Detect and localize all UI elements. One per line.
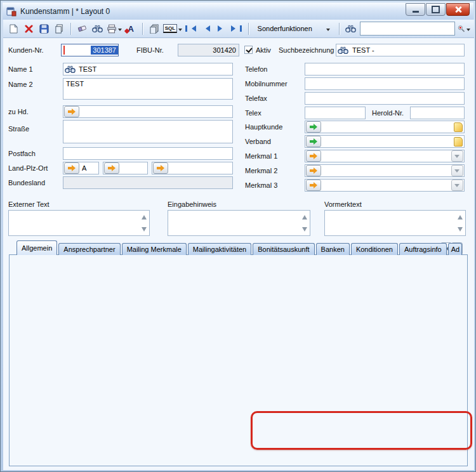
close-button[interactable] — [446, 3, 470, 16]
delete-record-button[interactable] — [22, 22, 35, 36]
merkmal1-field[interactable] — [305, 150, 465, 162]
scroll-up-icon[interactable] — [302, 213, 307, 220]
name2-field[interactable]: TEST — [63, 78, 233, 100]
minimize-button[interactable] — [406, 3, 425, 16]
goto-arrow-button[interactable] — [306, 136, 321, 147]
pages-icon — [150, 24, 159, 34]
telefon-input[interactable] — [305, 64, 464, 74]
merkmal1-input[interactable] — [322, 151, 451, 161]
suchbezeichnung-field[interactable]: TEST - — [336, 44, 465, 56]
lookup-arrow-button[interactable] — [64, 106, 79, 117]
merkmal3-field[interactable] — [305, 179, 465, 192]
nav-last-button[interactable] — [230, 22, 243, 36]
scroll-down-icon[interactable] — [142, 227, 147, 234]
scroll-up-icon[interactable] — [142, 213, 147, 220]
tab-ansprechpartner[interactable]: Ansprechpartner — [58, 243, 120, 255]
externer-text-field[interactable] — [8, 210, 150, 236]
search-button[interactable] — [91, 22, 104, 36]
mobilnummer-input[interactable] — [305, 79, 464, 89]
zu-hd-input[interactable] — [80, 107, 232, 117]
quick-search-button[interactable] — [345, 22, 357, 36]
dropdown-button[interactable] — [451, 165, 463, 176]
strasse-field[interactable] — [63, 120, 233, 143]
copy-record-button[interactable] — [53, 22, 65, 36]
herold-nr-input[interactable] — [411, 108, 464, 118]
tab-bonitaetsauskunft[interactable]: Bonitätsauskunft — [253, 243, 314, 255]
next-arrow-icon — [218, 25, 225, 32]
lookup-arrow-button[interactable] — [153, 162, 168, 174]
tab-auftragsinfo[interactable]: Auftragsinfo — [399, 243, 447, 255]
dropdown-button[interactable] — [451, 180, 463, 191]
bundesland-label: Bundesland — [8, 179, 45, 187]
telex-input[interactable] — [305, 108, 365, 118]
sql-button[interactable]: SQL — [163, 22, 182, 36]
lookup-arrow-button[interactable] — [306, 150, 321, 162]
merkmal3-input[interactable] — [322, 180, 451, 190]
nav-previous-button[interactable] — [200, 22, 213, 36]
clear-button[interactable] — [76, 22, 89, 36]
goto-arrow-button[interactable] — [306, 121, 321, 133]
dropdown-button[interactable] — [451, 150, 463, 162]
verband-field[interactable] — [305, 135, 465, 148]
nav-first-button[interactable] — [185, 22, 197, 36]
ort-field[interactable] — [152, 162, 233, 174]
land-plz-ort-label: Land-Plz-Ort — [8, 164, 48, 173]
herold-nr-field[interactable] — [410, 107, 465, 119]
tab-mailingaktivitaeten[interactable]: Mailingaktivitäten — [188, 243, 251, 255]
name1-field[interactable] — [63, 63, 233, 75]
tab-konditionen[interactable]: Konditionen — [351, 243, 398, 255]
print-button[interactable] — [107, 22, 122, 36]
plz-input[interactable] — [120, 163, 147, 173]
merkmal2-input[interactable] — [322, 166, 451, 176]
scroll-up-icon[interactable] — [458, 213, 463, 220]
postfach-input[interactable] — [63, 148, 232, 159]
tab-banken[interactable]: Banken — [316, 243, 350, 255]
copy-icon — [55, 24, 64, 34]
hauptkunde-field[interactable] — [305, 121, 465, 133]
postfach-field[interactable] — [63, 147, 233, 160]
scroll-down-icon[interactable] — [458, 227, 463, 234]
sonderfunktionen-dropdown[interactable]: Sonderfunktionen — [254, 22, 334, 36]
hauptkunde-input[interactable] — [322, 122, 454, 132]
notes-icon[interactable] — [454, 137, 463, 147]
zu-hd-label: zu Hd. — [8, 108, 29, 116]
lookup-arrow-button[interactable] — [306, 180, 321, 191]
notes-icon[interactable] — [454, 122, 463, 132]
verband-input[interactable] — [322, 136, 454, 147]
lookup-arrow-button[interactable] — [104, 162, 119, 174]
land-field[interactable] — [63, 162, 99, 174]
mobilnummer-field[interactable] — [305, 77, 465, 90]
telex-field[interactable] — [305, 107, 366, 119]
telefax-field[interactable] — [305, 92, 465, 105]
preview-button[interactable]: A — [124, 22, 137, 36]
tab-allgemein[interactable]: Allgemein — [17, 240, 57, 255]
tab-mailing-merkmale[interactable]: Mailing Merkmale — [122, 243, 187, 255]
telefax-input[interactable] — [305, 93, 464, 103]
merkmal2-field[interactable] — [305, 164, 465, 177]
nav-next-button[interactable] — [215, 22, 228, 36]
ort-input[interactable] — [169, 163, 232, 173]
lookup-arrow-button[interactable] — [64, 162, 79, 174]
quick-search-input[interactable] — [360, 22, 455, 36]
lookup-arrow-button[interactable] — [306, 165, 321, 176]
maximize-button[interactable] — [426, 3, 446, 16]
name1-input[interactable] — [77, 64, 232, 74]
vormerktext-field[interactable] — [324, 210, 466, 236]
scroll-down-icon[interactable] — [302, 227, 307, 234]
new-record-button[interactable] — [7, 22, 20, 36]
toolbar-separator — [248, 23, 249, 35]
land-input[interactable] — [80, 163, 98, 173]
save-button[interactable] — [37, 22, 50, 36]
tab-adressen-cut[interactable]: Ad — [448, 243, 462, 255]
kunden-nr-field[interactable]: 301387 — [61, 44, 119, 56]
aktiv-checkbox[interactable] — [244, 46, 253, 54]
telefon-field[interactable] — [305, 63, 465, 75]
name2-label: Name 2 — [8, 81, 33, 89]
zu-hd-field[interactable] — [63, 105, 233, 118]
pin-menu-button[interactable] — [458, 22, 470, 36]
duplicate-button[interactable] — [148, 22, 161, 36]
first-arrow-icon — [188, 25, 196, 32]
name1-label: Name 1 — [8, 65, 33, 74]
eingabehinweis-field[interactable] — [168, 210, 310, 236]
plz-field[interactable] — [103, 162, 148, 174]
